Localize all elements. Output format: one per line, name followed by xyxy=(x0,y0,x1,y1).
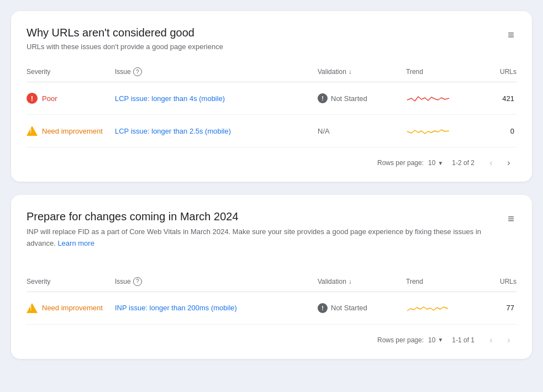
trend-chart-2 xyxy=(406,300,450,316)
card2-header: Prepare for changes coming in March 2024… xyxy=(27,210,516,261)
warning-icon-2 xyxy=(27,303,38,313)
rows-per-page: Rows per page: 10 ▼ xyxy=(377,159,443,167)
urls-count: 77 xyxy=(472,304,516,312)
rows-per-page-label: Rows per page: xyxy=(377,159,424,167)
rows-per-page-2: Rows per page: 10 ▼ xyxy=(377,336,443,344)
severity-label: Poor xyxy=(42,94,57,103)
issue-label[interactable]: LCP issue: longer than 2.5s (mobile) xyxy=(115,127,318,135)
card1-table: Severity Issue ? Validation ↓ Trend URLs… xyxy=(27,62,516,171)
validation-cell: ! Not Started xyxy=(318,303,406,313)
validation-status: N/A xyxy=(318,127,330,135)
col-urls: URLs xyxy=(472,67,516,76)
filter-icon-2[interactable]: ≡ xyxy=(505,210,516,227)
trend-cell xyxy=(406,123,472,139)
filter-icon[interactable]: ≡ xyxy=(505,27,516,44)
next-page-button-2[interactable]: › xyxy=(501,332,516,348)
card1-title: Why URLs aren't considered good xyxy=(27,27,223,39)
urls-count: 421 xyxy=(472,94,516,103)
col-trend: Trend xyxy=(406,67,472,76)
rows-per-page-select-2[interactable]: 10 ▼ xyxy=(428,336,443,344)
col-severity: Severity xyxy=(27,67,115,76)
card1-subtitle: URLs with these issues don't provide a g… xyxy=(27,43,223,51)
card-urls-not-good: Why URLs aren't considered good URLs wit… xyxy=(11,11,532,182)
warning-icon-wrapper-2 xyxy=(27,303,38,313)
urls-count: 0 xyxy=(472,127,516,135)
poor-icon: ! xyxy=(27,93,38,104)
validation-cell: ! Not Started xyxy=(318,93,406,103)
severity-warning-2: Need improvement xyxy=(27,303,115,313)
severity-poor: ! Poor xyxy=(27,93,115,104)
card1-table-header: Severity Issue ? Validation ↓ Trend URLs xyxy=(27,62,516,82)
card1-header: Why URLs aren't considered good URLs wit… xyxy=(27,27,516,51)
learn-more-link[interactable]: Learn more xyxy=(57,239,94,247)
col-validation[interactable]: Validation ↓ xyxy=(318,277,406,286)
prev-page-button[interactable]: ‹ xyxy=(483,155,499,171)
validation-status: Not Started xyxy=(331,304,367,312)
card-march-2024: Prepare for changes coming in March 2024… xyxy=(11,195,532,359)
sort-arrow: ↓ xyxy=(349,68,352,76)
col-trend: Trend xyxy=(406,277,472,286)
issue-help-icon-2[interactable]: ? xyxy=(133,277,142,286)
trend-chart xyxy=(406,123,450,139)
col-validation[interactable]: Validation ↓ xyxy=(318,67,406,76)
rows-per-page-value-2: 10 xyxy=(428,336,435,344)
issue-label[interactable]: INP issue: longer than 200ms (mobile) xyxy=(115,304,318,312)
pagination-nav: ‹ › xyxy=(483,155,516,171)
rows-per-page-label-2: Rows per page: xyxy=(377,336,424,344)
card1-pagination: Rows per page: 10 ▼ 1-2 of 2 ‹ › xyxy=(27,147,516,171)
validation-status: Not Started xyxy=(331,94,367,103)
trend-cell xyxy=(406,90,472,107)
rows-per-page-value: 10 xyxy=(428,159,435,167)
card2-table-header: Severity Issue ? Validation ↓ Trend URLs xyxy=(27,272,516,292)
issue-help-icon[interactable]: ? xyxy=(133,67,142,76)
table-row[interactable]: ! Poor LCP issue: longer than 4s (mobile… xyxy=(27,82,516,115)
card2-header-text: Prepare for changes coming in March 2024… xyxy=(27,210,505,261)
trend-cell xyxy=(406,300,472,316)
issue-label[interactable]: LCP issue: longer than 4s (mobile) xyxy=(115,94,318,103)
table-row[interactable]: Need improvement LCP issue: longer than … xyxy=(27,115,516,147)
trend-chart xyxy=(406,90,450,107)
rows-dropdown-arrow[interactable]: ▼ xyxy=(437,160,443,166)
validation-cell: N/A xyxy=(318,127,406,135)
sort-arrow-2: ↓ xyxy=(349,278,352,285)
table-row[interactable]: Need improvement INP issue: longer than … xyxy=(27,292,516,325)
warning-icon xyxy=(27,126,38,136)
rows-per-page-select[interactable]: 10 ▼ xyxy=(428,159,443,167)
col-urls: URLs xyxy=(472,277,516,286)
prev-page-button-2[interactable]: ‹ xyxy=(483,332,499,348)
card2-pagination: Rows per page: 10 ▼ 1-1 of 1 ‹ › xyxy=(27,325,516,348)
col-issue: Issue ? xyxy=(115,277,318,286)
next-page-button[interactable]: › xyxy=(501,155,516,171)
severity-warning: Need improvement xyxy=(27,126,115,136)
card2-table: Severity Issue ? Validation ↓ Trend URLs xyxy=(27,272,516,348)
pagination-range: 1-2 of 2 xyxy=(452,159,475,167)
rows-dropdown-arrow-2[interactable]: ▼ xyxy=(437,337,443,343)
pagination-range-2: 1-1 of 1 xyxy=(452,336,475,344)
pagination-nav-2: ‹ › xyxy=(483,332,516,348)
severity-label: Need improvement xyxy=(42,127,103,135)
card1-header-text: Why URLs aren't considered good URLs wit… xyxy=(27,27,223,51)
col-severity: Severity xyxy=(27,277,115,286)
info-icon: ! xyxy=(318,93,328,103)
info-icon-2: ! xyxy=(318,303,328,313)
card2-title: Prepare for changes coming in March 2024 xyxy=(27,210,505,223)
col-issue: Issue ? xyxy=(115,67,318,76)
warning-icon-wrapper xyxy=(27,126,38,136)
severity-label: Need improvement xyxy=(42,304,103,312)
card2-subtitle: INP will replace FID as a part of Core W… xyxy=(27,226,505,250)
